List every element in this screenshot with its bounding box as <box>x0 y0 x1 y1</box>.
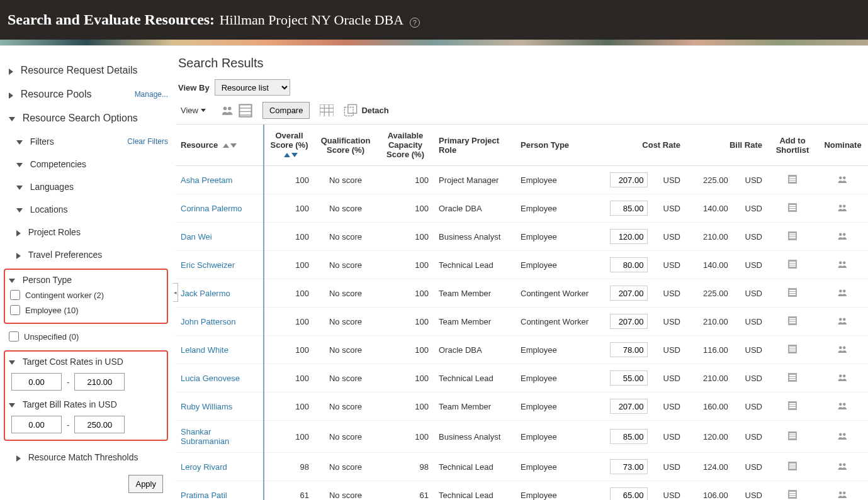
nominate-icon[interactable] <box>837 233 848 242</box>
shortlist-icon[interactable] <box>788 490 797 499</box>
shortlist-icon[interactable] <box>788 431 797 440</box>
apply-button[interactable]: Apply <box>128 475 163 493</box>
cost-rate-input[interactable] <box>610 459 648 474</box>
shortlist-icon[interactable] <box>788 203 797 212</box>
col-nominate[interactable]: Nominate <box>818 125 868 166</box>
cost-rate-input[interactable] <box>610 172 648 187</box>
resource-link[interactable]: John Patterson <box>181 317 235 326</box>
cost-rate-input[interactable] <box>610 370 648 386</box>
nominate-icon[interactable] <box>837 176 848 186</box>
nominate-icon[interactable] <box>837 403 848 412</box>
col-primary-role[interactable]: Primary Project Role <box>434 125 516 166</box>
section-resource-search-options[interactable]: Resource Search Options <box>8 106 168 130</box>
cost-rate-input[interactable] <box>610 429 648 444</box>
view-menu[interactable]: View <box>181 106 211 115</box>
section-languages[interactable]: Languages <box>8 175 168 198</box>
nominate-icon[interactable] <box>837 346 848 355</box>
cost-rate-input[interactable] <box>610 257 648 272</box>
people-icon[interactable] <box>221 105 235 116</box>
checkbox-input[interactable] <box>9 331 19 342</box>
col-person-type[interactable]: Person Type <box>516 125 604 166</box>
nominate-icon[interactable] <box>837 463 848 472</box>
compare-button[interactable]: Compare <box>262 102 310 119</box>
col-shortlist[interactable]: Add to Shortlist <box>767 125 818 166</box>
nominate-icon[interactable] <box>837 374 848 384</box>
shortlist-icon[interactable] <box>788 231 797 240</box>
view-by-select[interactable]: Resource list <box>215 79 290 96</box>
cost-rate-input[interactable] <box>610 286 648 301</box>
cost-rate-input[interactable] <box>610 314 648 329</box>
shortlist-icon[interactable] <box>788 462 797 470</box>
cost-rate-input[interactable] <box>610 201 648 216</box>
resource-link[interactable]: Shankar Subramanian <box>181 427 229 446</box>
resource-link[interactable]: Corinna Palermo <box>181 204 242 213</box>
section-target-cost-rates[interactable]: Target Cost Rates in USD <box>9 354 163 369</box>
section-project-roles[interactable]: Project Roles <box>8 221 168 243</box>
col-qualification-score[interactable]: Qualification Score (%) <box>314 125 377 166</box>
nominate-icon[interactable] <box>837 491 848 501</box>
cell-nominate <box>818 453 868 481</box>
section-locations[interactable]: Locations <box>8 198 168 221</box>
shortlist-icon[interactable] <box>788 316 797 325</box>
section-competencies[interactable]: Competencies <box>8 153 168 175</box>
shortlist-icon[interactable] <box>788 175 797 184</box>
section-resource-request-details[interactable]: Resource Request Details <box>8 58 168 82</box>
cell-primary-role: Team Member <box>434 392 516 421</box>
sort-arrows[interactable] <box>284 153 298 157</box>
section-target-bill-rates[interactable]: Target Bill Rates in USD <box>9 392 163 412</box>
nominate-icon[interactable] <box>837 433 848 442</box>
col-resource[interactable]: Resource <box>176 125 264 166</box>
nominate-icon[interactable] <box>837 261 848 270</box>
checkbox-unspecified[interactable]: Unspecified (0) <box>8 329 168 344</box>
col-bill-rate[interactable]: Bill Rate <box>685 125 767 166</box>
resource-link[interactable]: Jack Palermo <box>181 289 230 298</box>
shortlist-icon[interactable] <box>788 288 797 297</box>
col-capacity-score[interactable]: Available Capacity Score (%) <box>377 125 434 166</box>
section-resource-match-thresholds[interactable]: Resource Match Thresholds <box>8 446 168 469</box>
checkbox-employee[interactable]: Employee (10) <box>9 303 163 318</box>
shortlist-icon[interactable] <box>788 345 797 353</box>
cell-primary-role: Team Member <box>434 308 516 336</box>
nominate-icon[interactable] <box>837 204 848 214</box>
cost-min-input[interactable] <box>11 373 62 391</box>
detach-label[interactable]: Detach <box>361 106 388 115</box>
col-overall-score[interactable]: Overall Score (%) <box>264 125 314 166</box>
shortlist-icon[interactable] <box>788 260 797 269</box>
cost-rate-input[interactable] <box>610 487 648 500</box>
resource-link[interactable]: Ruby Williams <box>181 402 232 411</box>
resource-link[interactable]: Leroy Rivard <box>181 462 227 472</box>
cost-rate-input[interactable] <box>610 399 648 414</box>
resource-link[interactable]: Leland White <box>181 345 228 355</box>
list-icon[interactable] <box>239 105 252 116</box>
nominate-icon[interactable] <box>837 318 848 327</box>
checkbox-input[interactable] <box>10 290 20 300</box>
col-cost-rate[interactable]: Cost Rate <box>604 125 685 166</box>
checkbox-input[interactable] <box>10 305 20 315</box>
shortlist-icon[interactable] <box>788 401 797 410</box>
bill-max-input[interactable] <box>74 416 125 433</box>
resource-link[interactable]: Lucia Genovese <box>181 374 240 383</box>
resource-link[interactable]: Asha Preetam <box>181 175 232 185</box>
section-resource-pools[interactable]: Resource Pools Manage... <box>8 82 168 106</box>
cell-bill-currency: USD <box>733 223 767 251</box>
resource-link[interactable]: Eric Schweizer <box>181 260 235 270</box>
sidebar-collapse-handle[interactable]: ◂ <box>173 283 178 302</box>
section-filters[interactable]: Filters Clear Filters <box>8 130 168 153</box>
help-icon[interactable]: ? <box>410 18 420 28</box>
section-travel-preferences[interactable]: Travel Preferences <box>8 243 168 266</box>
checkbox-contingent-worker[interactable]: Contingent worker (2) <box>9 287 163 303</box>
clear-filters-link[interactable]: Clear Filters <box>127 137 168 146</box>
manage-link[interactable]: Manage... <box>135 90 168 99</box>
nominate-icon[interactable] <box>837 289 848 299</box>
sort-arrows[interactable] <box>223 143 237 148</box>
cost-rate-input[interactable] <box>610 342 648 357</box>
cost-rate-input[interactable] <box>610 229 648 244</box>
resource-link[interactable]: Dan Wei <box>181 232 212 242</box>
resource-link[interactable]: Pratima Patil <box>181 491 227 500</box>
shortlist-icon[interactable] <box>788 373 797 382</box>
detach-icon[interactable] <box>344 105 358 116</box>
cost-max-input[interactable] <box>74 373 125 391</box>
freeze-icon[interactable] <box>320 105 334 116</box>
bill-min-input[interactable] <box>11 416 62 433</box>
section-person-type[interactable]: Person Type <box>9 272 163 287</box>
